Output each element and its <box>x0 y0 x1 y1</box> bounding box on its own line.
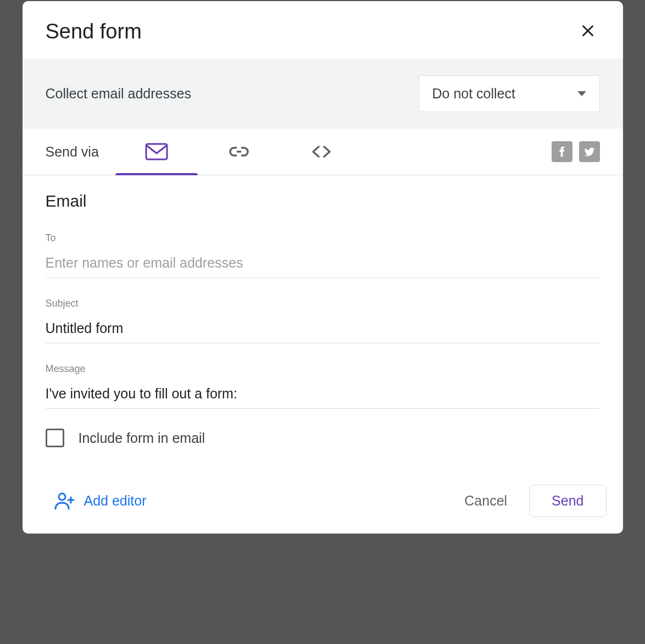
dialog-title: Send form <box>46 20 142 43</box>
twitter-icon <box>583 146 596 158</box>
share-facebook-button[interactable] <box>552 141 572 162</box>
close-icon <box>580 23 596 38</box>
code-icon <box>310 143 333 160</box>
dialog-header: Send form <box>23 1 623 59</box>
send-via-label: Send via <box>46 130 99 174</box>
cancel-button[interactable]: Cancel <box>450 485 521 517</box>
collect-email-select[interactable]: Do not collect <box>419 75 600 112</box>
subject-label: Subject <box>46 298 600 309</box>
link-icon <box>227 143 251 160</box>
to-label: To <box>46 232 600 244</box>
tabs-row: Send via <box>23 129 623 175</box>
chevron-down-icon <box>577 91 586 96</box>
include-form-label: Include form in email <box>79 430 205 446</box>
collect-email-label: Collect email addresses <box>46 86 191 102</box>
subject-field: Subject <box>46 298 600 343</box>
to-field: To <box>46 232 600 278</box>
include-form-row: Include form in email <box>46 429 600 447</box>
svg-point-1 <box>59 493 65 500</box>
email-panel: Email To Subject Message Include form in… <box>23 175 623 475</box>
send-button[interactable]: Send <box>529 485 606 517</box>
tab-email[interactable] <box>115 129 198 175</box>
person-add-icon <box>54 492 76 510</box>
message-field: Message <box>46 363 600 409</box>
message-input[interactable] <box>46 380 600 409</box>
collect-email-selected: Do not collect <box>432 86 515 102</box>
include-form-checkbox[interactable] <box>46 429 64 447</box>
facebook-icon <box>556 146 568 158</box>
close-button[interactable] <box>576 19 600 45</box>
svg-rect-0 <box>146 144 167 159</box>
tab-embed[interactable] <box>280 129 363 175</box>
mail-icon <box>145 143 168 160</box>
add-editor-button[interactable]: Add editor <box>46 486 155 516</box>
collect-email-bar: Collect email addresses Do not collect <box>23 59 623 129</box>
share-twitter-button[interactable] <box>579 141 600 162</box>
email-section-title: Email <box>46 192 600 210</box>
to-input[interactable] <box>46 249 600 278</box>
add-editor-label: Add editor <box>84 493 147 509</box>
message-label: Message <box>46 363 600 375</box>
subject-input[interactable] <box>46 315 600 343</box>
tab-link[interactable] <box>198 129 280 175</box>
dialog-footer: Add editor Cancel Send <box>23 475 623 534</box>
send-form-dialog: Send form Collect email addresses Do not… <box>23 1 623 534</box>
